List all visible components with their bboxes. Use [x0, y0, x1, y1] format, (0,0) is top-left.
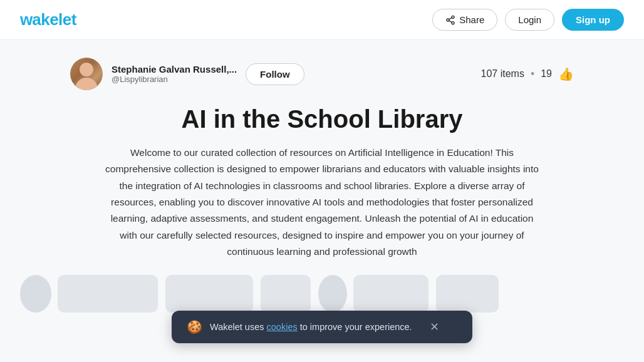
share-button[interactable]: Share [432, 9, 497, 31]
cookie-prefix: Wakelet uses [210, 322, 267, 332]
author-left: Stephanie Galvan Russell,... @Lispylibra… [70, 58, 304, 90]
logo-text: wakelet [20, 10, 76, 29]
cookie-text: Wakelet uses cookies to improve your exp… [210, 322, 412, 332]
nav-actions: Share Login Sign up [432, 9, 624, 31]
cookie-banner: 🍪 Wakelet uses cookies to improve your e… [172, 311, 472, 343]
avatar-image [70, 58, 103, 90]
svg-line-4 [449, 18, 452, 19]
thumbs-up-icon[interactable]: 👍 [558, 66, 574, 81]
card-group-1 [20, 275, 158, 313]
main-content: Stephanie Galvan Russell,... @Lispylibra… [0, 40, 644, 260]
card-skeleton-avatar-2 [318, 275, 347, 313]
cookie-icon: 🍪 [187, 319, 202, 334]
wakelet-logo: wakelet [20, 10, 76, 29]
dot-separator: • [531, 68, 534, 81]
share-icon [445, 15, 455, 25]
cards-area [0, 275, 644, 313]
author-row: Stephanie Galvan Russell,... @Lispylibra… [20, 40, 624, 100]
signup-button[interactable]: Sign up [562, 9, 624, 31]
follow-label: Follow [260, 69, 290, 80]
login-label: Login [518, 14, 541, 25]
cookie-close-button[interactable]: ✕ [430, 321, 439, 333]
author-handle: @Lispylibrarian [112, 75, 237, 84]
card-skeleton-4 [353, 275, 428, 313]
login-button[interactable]: Login [505, 9, 554, 31]
cookies-link[interactable]: cookies [267, 322, 298, 332]
likes-count: 19 [541, 68, 552, 80]
stats-row: 107 items • 19 👍 [481, 66, 574, 81]
author-info: Stephanie Galvan Russell,... @Lispylibra… [112, 64, 237, 84]
navbar: wakelet Share Login Sign up [0, 0, 644, 40]
cookie-suffix: to improve your experience. [298, 322, 412, 332]
follow-button[interactable]: Follow [246, 63, 304, 85]
share-label: Share [459, 14, 484, 25]
author-name: Stephanie Galvan Russell,... [112, 64, 237, 75]
card-skeleton-2 [165, 275, 253, 313]
card-skeleton-3 [261, 275, 311, 313]
card-group-2 [318, 275, 428, 313]
items-count: 107 items [481, 68, 524, 80]
card-skeleton-5 [436, 275, 499, 313]
card-skeleton-1 [58, 275, 158, 313]
collection-title: AI in the School Library [20, 105, 624, 133]
collection-description: Welcome to our curated collection of res… [20, 145, 624, 260]
svg-line-3 [449, 21, 452, 23]
avatar [70, 58, 103, 90]
card-skeleton-avatar-1 [20, 275, 51, 313]
signup-label: Sign up [576, 14, 610, 25]
